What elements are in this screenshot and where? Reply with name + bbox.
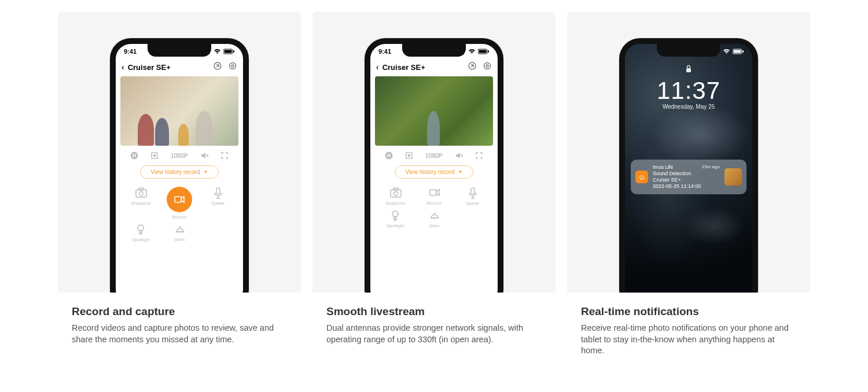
svg-rect-5	[225, 50, 232, 53]
feature-card-image: 9:41 ‹ Cruiser SE+	[58, 12, 301, 293]
back-icon[interactable]: ‹	[376, 62, 379, 72]
phone-notch	[148, 44, 211, 57]
settings-icon[interactable]	[228, 61, 237, 73]
live-video-preview[interactable]	[375, 76, 493, 146]
record-button[interactable]	[167, 187, 192, 212]
siren-label: Siren	[429, 223, 440, 228]
svg-point-31	[385, 152, 392, 160]
svg-rect-14	[153, 154, 156, 157]
svg-rect-48	[742, 50, 744, 53]
svg-point-20	[138, 225, 144, 231]
view-history-label: View history record	[406, 169, 455, 175]
svg-point-38	[394, 192, 398, 196]
share-icon[interactable]	[213, 61, 222, 73]
notification-card[interactable]: ☺ Imou Life 23m ago Sound Detection Crui…	[631, 160, 746, 194]
feature-card-livestream: 9:41 ‹ Cruiser SE+	[312, 12, 556, 367]
svg-rect-47	[734, 50, 741, 53]
svg-rect-39	[430, 190, 436, 195]
action-button-grid: Snapshot Record Speak Spotlight	[370, 184, 498, 228]
feature-title: Record and capture	[72, 305, 287, 318]
svg-rect-40	[471, 188, 475, 194]
battery-icon	[223, 49, 235, 54]
svg-rect-33	[389, 154, 390, 157]
svg-point-8	[230, 63, 236, 69]
speak-label: Speak	[466, 201, 479, 206]
chevron-down-icon: ▼	[203, 169, 208, 175]
phone-mockup: 9:41 ‹ Cruiser SE+	[365, 38, 503, 293]
svg-rect-27	[488, 50, 489, 53]
spotlight-label: Spotlight	[132, 237, 150, 242]
notif-thumbnail	[724, 168, 742, 186]
app-header: ‹ Cruiser SE+	[370, 59, 498, 76]
resolution-label[interactable]: 1080P	[171, 153, 188, 159]
back-icon[interactable]: ‹	[122, 62, 124, 72]
battery-icon	[478, 49, 490, 54]
stop-icon[interactable]	[150, 151, 159, 160]
lock-icon	[625, 65, 752, 75]
snapshot-label: Snapshot	[131, 201, 150, 206]
notif-app-icon: ☺	[635, 171, 648, 183]
live-video-preview[interactable]	[120, 76, 238, 146]
feature-title: Smooth livestream	[326, 305, 542, 318]
status-time: 9:41	[378, 48, 391, 55]
svg-rect-35	[408, 154, 410, 157]
phone-notch	[402, 44, 466, 57]
svg-rect-32	[387, 154, 388, 157]
lockscreen-time: 11:37	[625, 77, 752, 105]
svg-rect-12	[134, 154, 135, 157]
mute-icon[interactable]	[455, 151, 463, 160]
feature-card-notifications: 11:37 Wednesday, May 25 ☺ Imou Life 23m …	[567, 12, 810, 367]
svg-point-29	[484, 63, 491, 69]
fullscreen-icon[interactable]	[220, 151, 229, 160]
snapshot-icon[interactable]	[135, 187, 146, 198]
snapshot-label: Snapshot	[385, 201, 405, 206]
playback-controls: 1080P	[116, 146, 243, 163]
view-history-button[interactable]: View history record ▼	[395, 165, 474, 179]
notif-app-name: Imou Life	[653, 164, 673, 171]
spotlight-icon[interactable]	[389, 209, 401, 221]
pause-icon[interactable]	[385, 151, 393, 160]
spotlight-icon[interactable]	[135, 223, 146, 235]
snapshot-icon[interactable]	[389, 187, 401, 198]
speak-label: Speak	[211, 201, 225, 206]
view-history-button[interactable]: View history record ▼	[140, 165, 219, 179]
view-history-label: View history record	[151, 169, 200, 175]
stop-icon[interactable]	[405, 151, 413, 160]
feature-card-record: 9:41 ‹ Cruiser SE+	[58, 12, 301, 367]
phone-mockup: 9:41 ‹ Cruiser SE+	[110, 38, 249, 293]
notif-age: 23m ago	[702, 164, 720, 171]
app-header: ‹ Cruiser SE+	[116, 59, 243, 76]
record-label: Record	[426, 201, 442, 206]
record-icon[interactable]	[428, 187, 440, 198]
siren-label: Siren	[174, 237, 185, 242]
resolution-label[interactable]: 1080P	[425, 153, 443, 159]
chevron-down-icon: ▼	[458, 169, 462, 175]
notif-device: Cruiser SE+	[653, 177, 720, 183]
phone-notch	[657, 44, 720, 57]
phone-mockup: 11:37 Wednesday, May 25 ☺ Imou Life 23m …	[619, 38, 758, 293]
svg-rect-11	[133, 154, 134, 157]
svg-rect-16	[139, 188, 144, 190]
svg-point-41	[392, 211, 398, 217]
svg-point-9	[231, 65, 234, 67]
svg-rect-26	[479, 50, 487, 53]
settings-icon[interactable]	[483, 61, 492, 73]
device-title: Cruiser SE+	[128, 63, 171, 72]
feature-body: Receive real-time photo notifications on…	[581, 323, 796, 357]
wifi-icon	[468, 49, 476, 54]
speak-icon[interactable]	[212, 187, 224, 198]
lockscreen-date: Wednesday, May 25	[625, 103, 752, 110]
svg-rect-18	[175, 197, 181, 202]
record-label: Record	[172, 215, 187, 220]
feature-body: Record videos and capture photos to revi…	[72, 323, 287, 345]
spotlight-label: Spotlight	[387, 223, 404, 228]
mute-icon[interactable]	[200, 151, 208, 160]
svg-rect-37	[393, 188, 398, 190]
fullscreen-icon[interactable]	[475, 151, 483, 160]
share-icon[interactable]	[468, 61, 477, 73]
siren-icon[interactable]	[174, 223, 185, 235]
pause-icon[interactable]	[130, 151, 138, 160]
speak-icon[interactable]	[467, 187, 479, 198]
siren-icon[interactable]	[428, 209, 440, 221]
svg-rect-19	[216, 188, 220, 194]
